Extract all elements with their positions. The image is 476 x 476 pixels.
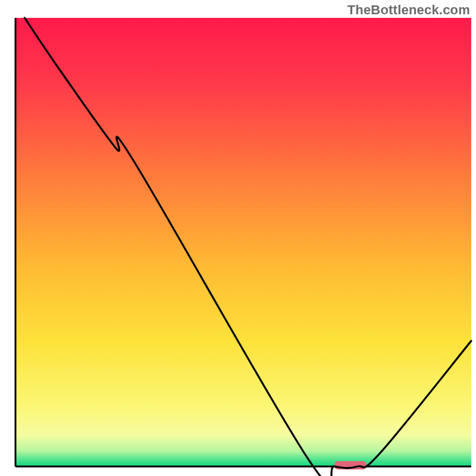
chart-container: TheBottleneck.com: [0, 0, 476, 476]
watermark-text: TheBottleneck.com: [347, 2, 470, 18]
plot-background: [15, 18, 471, 466]
bottleneck-chart: [0, 0, 476, 476]
